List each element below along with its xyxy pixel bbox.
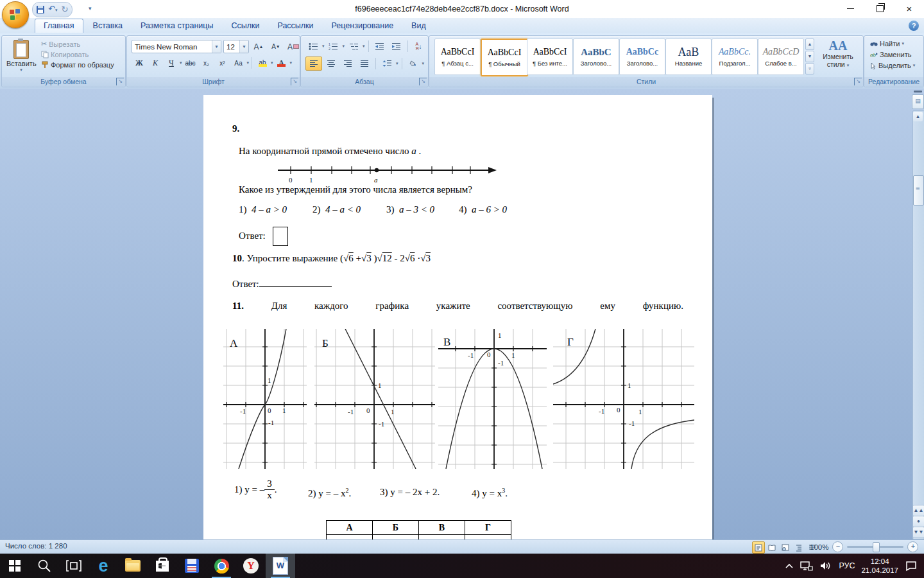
paste-button[interactable]: Вставить ▾ xyxy=(6,39,36,77)
scroll-up-icon[interactable]: ▲ xyxy=(913,112,923,121)
action-center-icon[interactable] xyxy=(905,560,918,572)
style-card[interactable]: АаВНазвание xyxy=(665,39,712,75)
style-card[interactable]: АаBbCЗаголово... xyxy=(573,39,619,75)
style-card[interactable]: АаBbCcDСлабое в... xyxy=(758,39,804,75)
replace-button[interactable]: abЗаменить xyxy=(868,50,917,59)
styles-gallery-more-icon[interactable]: ▿ xyxy=(805,63,814,74)
restore-button[interactable] xyxy=(865,0,894,18)
grow-font-button[interactable]: А▲ xyxy=(251,40,266,53)
floppy-app-button[interactable] xyxy=(177,554,207,578)
next-page-button[interactable]: ▼▼ xyxy=(912,527,924,538)
subscript-button[interactable]: x₂ xyxy=(199,57,214,69)
zoom-in-icon[interactable]: + xyxy=(907,541,918,552)
style-card[interactable]: АаBbCcI¶ Без инте... xyxy=(527,39,573,75)
tab-glavnaya[interactable]: Главная xyxy=(35,19,83,33)
word-count[interactable]: Число слов: 1 280 xyxy=(5,542,67,550)
strikethrough-button[interactable]: abc xyxy=(183,57,198,69)
zoom-level[interactable]: 100% xyxy=(810,543,828,551)
paragraph-dialog-launcher[interactable]: ↘ xyxy=(419,78,427,85)
styles-scroll-up-icon[interactable]: ▲ xyxy=(805,39,814,50)
task-view-button[interactable] xyxy=(59,554,89,578)
tray-chevron-icon[interactable] xyxy=(785,563,794,569)
style-card-selected[interactable]: АаBbCcI¶ Обычный xyxy=(481,39,528,76)
file-explorer-button[interactable] xyxy=(118,554,148,578)
bold-button[interactable]: Ж xyxy=(132,57,147,69)
align-left-button[interactable] xyxy=(305,57,322,71)
numbered-list-button[interactable]: 12 xyxy=(326,40,341,53)
select-button[interactable]: Выделить▾ xyxy=(868,61,917,70)
bullet-list-button[interactable] xyxy=(305,40,321,53)
style-card[interactable]: АаBbCcI¶ Абзац с... xyxy=(434,39,481,75)
decrease-indent-button[interactable] xyxy=(372,40,388,53)
align-right-button[interactable] xyxy=(340,57,355,70)
line-spacing-dropdown-icon[interactable]: ▾ xyxy=(396,61,398,66)
cut-button[interactable]: ✂Вырезать xyxy=(39,39,116,49)
network-icon[interactable] xyxy=(800,561,813,571)
clipboard-dialog-launcher[interactable]: ↘ xyxy=(116,78,124,85)
taskbar-search-button[interactable] xyxy=(30,554,59,578)
clear-formatting-button[interactable]: А xyxy=(286,40,301,53)
shrink-font-button[interactable]: А▼ xyxy=(268,40,284,53)
save-icon[interactable] xyxy=(37,6,44,13)
word-taskbar-button[interactable]: W xyxy=(266,554,295,578)
minimize-button[interactable] xyxy=(835,0,865,18)
find-button[interactable]: Найти▾ xyxy=(868,39,917,48)
select-browse-object-button[interactable]: ● xyxy=(912,516,924,527)
tab-razmetka[interactable]: Разметка страницы xyxy=(132,19,221,33)
tab-ssylki[interactable]: Ссылки xyxy=(223,19,268,33)
increase-indent-button[interactable] xyxy=(389,40,404,53)
taskbar-clock[interactable]: 12:0421.04.2017 xyxy=(861,557,898,575)
font-name-select[interactable]: Times New Roman ▼ xyxy=(132,40,221,53)
font-color-button[interactable]: А xyxy=(274,57,289,69)
align-center-button[interactable] xyxy=(323,57,339,70)
language-indicator[interactable]: РУС xyxy=(839,561,855,570)
fullscreen-reading-view-icon[interactable] xyxy=(766,541,778,554)
highlight-button[interactable]: ab xyxy=(255,57,270,69)
shading-dropdown-icon[interactable]: ▾ xyxy=(422,61,425,66)
edge-button[interactable]: e xyxy=(89,554,118,578)
tab-vid[interactable]: Вид xyxy=(403,19,434,33)
previous-page-button[interactable]: ▲▲ xyxy=(912,505,924,516)
outline-view-icon[interactable] xyxy=(792,541,805,554)
shading-button[interactable] xyxy=(406,57,421,70)
start-button[interactable] xyxy=(0,554,30,578)
yandex-button[interactable]: Y xyxy=(236,554,266,578)
close-button[interactable]: × xyxy=(894,0,924,18)
change-case-dropdown-icon[interactable]: ▾ xyxy=(247,60,250,66)
format-painter-button[interactable]: Формат по образцу xyxy=(39,60,116,69)
font-color-dropdown-icon[interactable]: ▾ xyxy=(290,60,293,66)
vertical-scrollbar[interactable]: ▲ ▼ xyxy=(912,110,924,539)
volume-icon[interactable] xyxy=(819,561,832,571)
bullet-list-dropdown-icon[interactable]: ▾ xyxy=(322,44,325,49)
ruler-toggle-button[interactable]: ▤ xyxy=(912,94,924,109)
zoom-out-icon[interactable]: − xyxy=(832,541,843,552)
change-styles-button[interactable]: АА Изменить стили ▾ xyxy=(818,39,858,76)
zoom-slider[interactable] xyxy=(847,546,903,548)
tab-rassylki[interactable]: Рассылки xyxy=(269,19,321,33)
tab-vstavka[interactable]: Вставка xyxy=(85,19,131,33)
print-layout-view-icon[interactable] xyxy=(752,541,765,554)
change-case-button[interactable]: Аа xyxy=(231,57,246,69)
justify-button[interactable] xyxy=(357,57,372,70)
web-layout-view-icon[interactable] xyxy=(779,541,792,554)
styles-scroll-down-icon[interactable]: ▼ xyxy=(805,51,814,62)
underline-dropdown-icon[interactable]: ▾ xyxy=(180,60,182,66)
numbered-list-dropdown-icon[interactable]: ▾ xyxy=(343,44,345,49)
scroll-thumb[interactable] xyxy=(913,175,924,206)
zoom-slider-thumb[interactable] xyxy=(873,542,880,552)
multilevel-list-dropdown-icon[interactable]: ▾ xyxy=(363,44,365,49)
style-card[interactable]: АаBbCc.Подзагол... xyxy=(712,39,758,75)
chrome-button[interactable] xyxy=(207,554,236,578)
superscript-button[interactable]: x² xyxy=(215,57,230,69)
underline-button[interactable]: Ч xyxy=(164,57,179,69)
help-icon[interactable]: ? xyxy=(909,21,919,31)
copy-button[interactable]: Копировать xyxy=(39,50,116,59)
highlight-dropdown-icon[interactable]: ▾ xyxy=(271,60,273,66)
font-size-select[interactable]: 12 ▼ xyxy=(223,40,249,53)
qat-customize-icon[interactable]: ▾ xyxy=(89,5,92,12)
sort-button[interactable]: АЯ↓ xyxy=(411,40,427,53)
undo-icon[interactable]: ↶▾ xyxy=(48,3,57,17)
store-button[interactable] xyxy=(148,554,177,578)
multilevel-list-button[interactable] xyxy=(346,40,361,53)
line-spacing-button[interactable] xyxy=(379,57,395,70)
